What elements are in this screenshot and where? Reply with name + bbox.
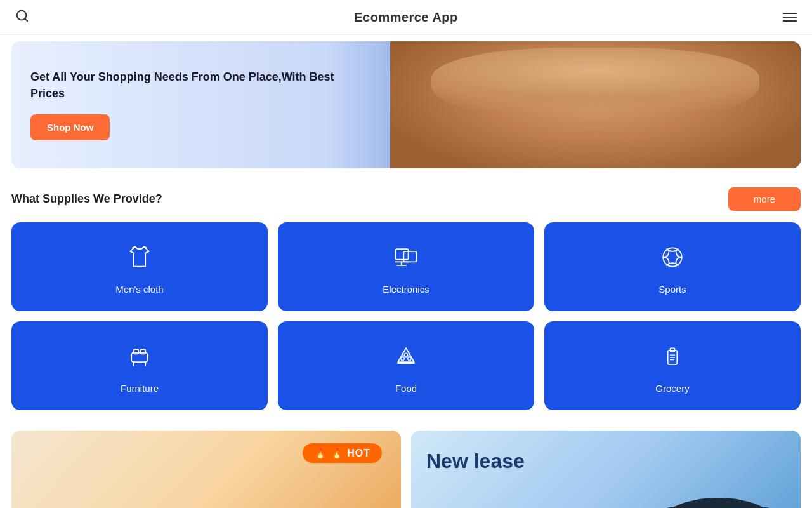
game-zone-banner[interactable]: 🔥 🔥 HOT Game Zone [11, 431, 401, 508]
hamburger-line-3 [783, 20, 797, 22]
new-lease-title: New lease [426, 450, 525, 473]
svg-point-14 [401, 356, 405, 360]
supplies-header: What Supplies We Provide? more [11, 187, 801, 211]
supplies-title: What Supplies We Provide? [11, 192, 162, 206]
svg-point-15 [408, 356, 412, 360]
category-label-food: Food [395, 383, 417, 394]
app-header: Ecommerce App [0, 0, 812, 35]
svg-rect-3 [403, 251, 416, 262]
more-button[interactable]: more [728, 187, 801, 211]
hero-image-area [390, 41, 801, 168]
category-card-mens-cloth[interactable]: Men's cloth [11, 222, 268, 311]
search-icon[interactable] [15, 9, 29, 25]
hero-text-area: Get All Your Shopping Needs From One Pla… [11, 41, 390, 168]
bottom-banners: 🔥 🔥 HOT Game Zone New lease [0, 431, 812, 508]
category-label-sports: Sports [658, 284, 686, 295]
category-grid-row1: Men's cloth Electronics [11, 222, 801, 311]
sports-icon [658, 243, 686, 275]
hero-banner: Get All Your Shopping Needs From One Pla… [11, 41, 801, 168]
fire-icon: 🔥 [314, 447, 327, 459]
grocery-icon [658, 342, 686, 374]
svg-rect-2 [396, 249, 409, 260]
supplies-section: What Supplies We Provide? more Men's clo… [0, 175, 812, 427]
category-card-furniture[interactable]: Furniture [11, 321, 268, 410]
hamburger-line-1 [783, 13, 797, 14]
category-card-grocery[interactable]: Grocery [544, 321, 801, 410]
food-icon [392, 342, 420, 374]
category-card-electronics[interactable]: Electronics [278, 222, 534, 311]
new-lease-banner[interactable]: New lease [411, 431, 801, 508]
menu-icon[interactable] [783, 13, 797, 22]
category-label-mens-cloth: Men's cloth [115, 284, 163, 295]
electronics-icon [392, 243, 420, 275]
category-label-electronics: Electronics [383, 284, 429, 295]
svg-line-1 [25, 18, 27, 21]
svg-point-22 [658, 498, 778, 508]
category-label-grocery: Grocery [655, 383, 689, 394]
category-card-food[interactable]: Food [278, 321, 534, 410]
hero-headline: Get All Your Shopping Needs From One Pla… [30, 69, 371, 101]
hot-label: 🔥 HOT [331, 447, 370, 459]
hamburger-line-2 [783, 17, 797, 18]
shop-now-button[interactable]: Shop Now [30, 114, 110, 140]
svg-point-13 [404, 353, 408, 357]
furniture-icon [126, 342, 154, 374]
app-title: Ecommerce App [354, 10, 458, 25]
hot-badge: 🔥 🔥 HOT [303, 443, 382, 463]
category-card-sports[interactable]: Sports [544, 222, 801, 311]
shirt-icon [126, 243, 154, 275]
category-label-furniture: Furniture [121, 383, 159, 394]
vr-headset-icon [648, 479, 788, 508]
category-grid-row2: Furniture Food [11, 321, 801, 410]
